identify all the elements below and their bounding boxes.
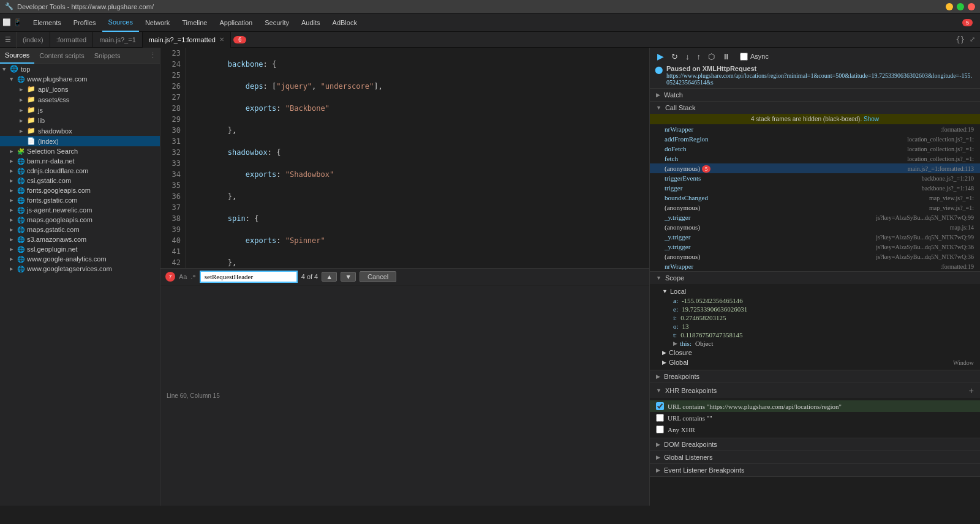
breakpoints-header[interactable]: ▶ Breakpoints	[650, 370, 980, 383]
tab-sources[interactable]: Sources	[102, 13, 139, 32]
debug-pause-button[interactable]: ⏸	[720, 51, 733, 62]
xhr-item-2[interactable]: URL contains ""	[650, 412, 980, 424]
tree-item-cdnjs[interactable]: ▶ 🌐 cdnjs.cloudflare.com	[0, 166, 160, 176]
close-button[interactable]	[968, 3, 975, 10]
regex-label[interactable]: .*	[190, 273, 195, 280]
tree-item-index[interactable]: ▶ 📄 (index)	[0, 136, 160, 146]
callstack-item-anon-4[interactable]: (anonymous) js?key=AlzaSyBu...dq5N_NTK7w…	[650, 252, 980, 261]
maximize-button[interactable]	[957, 3, 964, 10]
tree-item-js-agent[interactable]: ▶ 🌐 js-agent.newrelic.com	[0, 205, 160, 215]
call-stack-header[interactable]: ▼ Call Stack	[650, 102, 980, 114]
global-listeners-header[interactable]: ▶ Global Listeners	[650, 451, 980, 463]
minimize-button[interactable]	[946, 3, 953, 10]
sidebar-tab-more[interactable]: ⋮	[146, 48, 160, 63]
file-tab-formatted[interactable]: :formatted	[50, 32, 94, 48]
tab-timeline[interactable]: Timeline	[176, 13, 213, 32]
callstack-item-y-trigger-2[interactable]: _y.trigger js?key=AlzaSyBu...dq5N_NTK7wQ…	[650, 232, 980, 242]
tree-item-fonts-gstatic[interactable]: ▶ 🌐 fonts.gstatic.com	[0, 195, 160, 205]
scope-header[interactable]: ▼ Scope	[650, 272, 980, 284]
file-tab-main-formatted[interactable]: main.js?_=1:formatted ✕	[143, 32, 231, 48]
tab-application[interactable]: Application	[213, 13, 258, 32]
scope-global-header[interactable]: ▶ Global Window	[650, 357, 980, 367]
debug-play-button[interactable]: ▶	[655, 50, 666, 62]
tree-item-shadowbox[interactable]: ▶ 📁 shadowbox	[0, 125, 160, 136]
sidebar-tab-sources[interactable]: Sources	[0, 48, 34, 64]
expand-icon[interactable]: ⤢	[970, 36, 975, 43]
tree-item-s3[interactable]: ▶ 🌐 s3.amazonaws.com	[0, 234, 160, 244]
callstack-item-anon-3[interactable]: (anonymous) map.js:14	[650, 222, 980, 232]
debug-step-out-button[interactable]: ↑	[695, 51, 704, 62]
file-tab-index[interactable]: (index)	[17, 32, 50, 48]
xhr-checkbox-1[interactable]	[656, 402, 664, 410]
tree-item-js[interactable]: ▶ 📁 js	[0, 105, 160, 115]
tab-network[interactable]: Network	[139, 13, 176, 32]
debug-step-into-button[interactable]: ↓	[683, 51, 692, 62]
event-listener-breakpoints-header[interactable]: ▶ Event Listener Breakpoints	[650, 464, 980, 476]
tree-item-maps-gstatic[interactable]: ▶ 🌐 maps.gstatic.com	[0, 225, 160, 234]
callstack-item-nrwrapper-1[interactable]: nrWrapper :formatted:19	[650, 124, 980, 134]
tree-item-assets-css[interactable]: ▶ 📁 assets/css	[0, 94, 160, 105]
nav-icon-device[interactable]: 📱	[13, 18, 22, 26]
tab-profiles[interactable]: Profiles	[67, 13, 102, 32]
tree-item-lib[interactable]: ▶ 📁 lib	[0, 115, 160, 125]
callstack-item-trigger[interactable]: trigger backbone.js?_=1:148	[650, 183, 980, 193]
sidebar-tab-content-scripts[interactable]: Content scripts	[34, 48, 89, 64]
code-editor[interactable]: 23 24 25 26 27 28 29 30 31 32 33 34 35 3…	[160, 48, 649, 268]
callstack-item-y-trigger-1[interactable]: _y.trigger js?key=AlzaSyBu...dq5N_NTK7wQ…	[650, 212, 980, 222]
tree-item-csi[interactable]: ▶ 🌐 csi.gstatic.com	[0, 176, 160, 185]
callstack-loc-y-trigger-3: js?key=AlzaSyBu...dq5N_NTK7wQ:36	[876, 244, 974, 250]
format-icon[interactable]: {}	[956, 36, 965, 44]
tree-item-api-icons[interactable]: ▶ 📁 api/_icons	[0, 84, 160, 94]
close-file-tab-icon[interactable]: ✕	[219, 36, 224, 43]
sidebar-tab-snippets[interactable]: Snippets	[89, 48, 126, 64]
tree-item-maps-googleapis[interactable]: ▶ 🌐 maps.googleapis.com	[0, 215, 160, 225]
async-label[interactable]: Async	[740, 53, 769, 61]
tree-item-google-tag[interactable]: ▶ 🌐 www.googletagservices.com	[0, 264, 160, 274]
dom-breakpoints-header[interactable]: ▶ DOM Breakpoints	[650, 438, 980, 451]
file-tab-main[interactable]: main.js?_=1	[93, 32, 143, 48]
xhr-breakpoints-header[interactable]: ▼ XHR Breakpoints +	[650, 383, 980, 398]
cancel-search-button[interactable]: Cancel	[360, 271, 396, 282]
tree-item-google-analytics[interactable]: ▶ 🌐 www.google-analytics.com	[0, 254, 160, 264]
callstack-item-dofetch[interactable]: doFetch location_collection.js?_=1:	[650, 144, 980, 154]
callstack-item-anonymous[interactable]: (anonymous) 5 main.js?_=1:formatted:113	[650, 163, 980, 173]
tree-item-ssl-geoplugin[interactable]: ▶ 🌐 ssl.geoplugin.net	[0, 244, 160, 254]
xhr-checkbox-any[interactable]	[656, 425, 664, 433]
globe-icon-bam: 🌐	[17, 158, 24, 165]
nav-icon-inspect[interactable]: ⬜	[2, 18, 11, 26]
debug-blackbox-button[interactable]: ⬡	[706, 51, 717, 62]
scope-local-header[interactable]: ▼ Local	[650, 286, 980, 296]
callstack-item-bounds-changed[interactable]: boundsChanged map_view.js?_=1:	[650, 193, 980, 203]
xhr-checkbox-2[interactable]	[656, 414, 664, 422]
tab-elements[interactable]: Elements	[27, 13, 67, 32]
tree-item-selection-search[interactable]: ▶ 🧩 Selection Search	[0, 146, 160, 156]
scope-closure-header[interactable]: ▶ Closure	[650, 348, 980, 357]
case-sensitive-label[interactable]: Aa	[179, 273, 187, 280]
xhr-item-1[interactable]: URL contains "https://www.plugshare.com/…	[650, 400, 980, 412]
callstack-item-add-from-region[interactable]: addFromRegion location_collection.js?_=1…	[650, 134, 980, 144]
tab-adblock[interactable]: AdBlock	[326, 13, 363, 32]
xhr-breakpoints-label: XHR Breakpoints	[665, 387, 969, 394]
tree-item-fonts-googleapis[interactable]: ▶ 🌐 fonts.googleapis.com	[0, 185, 160, 195]
callstack-item-trigger-events[interactable]: triggerEvents backbone.js?_=1:210	[650, 173, 980, 183]
xhr-item-any[interactable]: Any XHR	[650, 424, 980, 435]
callstack-item-fetch[interactable]: fetch location_collection.js?_=1:	[650, 154, 980, 163]
tree-item-top[interactable]: ▼ 🌐 top	[0, 64, 160, 74]
tree-item-plugshare[interactable]: ▼ 🌐 www.plugshare.com	[0, 74, 160, 84]
search-next-button[interactable]: ▼	[341, 272, 356, 282]
show-frames-link[interactable]: Show	[864, 116, 879, 122]
callstack-item-y-trigger-3[interactable]: _y.trigger js?key=AlzaSyBu...dq5N_NTK7wQ…	[650, 242, 980, 252]
search-input[interactable]	[200, 271, 298, 283]
tree-item-bam[interactable]: ▶ 🌐 bam.nr-data.net	[0, 156, 160, 166]
debug-step-over-button[interactable]: ↻	[669, 51, 680, 62]
callstack-item-anon-2[interactable]: (anonymous) map_view.js?_=1:	[650, 203, 980, 212]
tab-security[interactable]: Security	[258, 13, 295, 32]
callstack-item-nrwrapper-2[interactable]: nrWrapper :formatted:19	[650, 261, 980, 271]
xhr-add-icon[interactable]: +	[969, 386, 974, 395]
watch-header[interactable]: ▶ Watch	[650, 89, 980, 101]
scope-this[interactable]: ▶ this: Object	[650, 339, 980, 348]
tab-audits[interactable]: Audits	[295, 13, 326, 32]
sidebar-toggle[interactable]: ☰	[0, 32, 17, 48]
search-prev-button[interactable]: ▲	[322, 272, 337, 282]
async-checkbox[interactable]	[740, 53, 748, 61]
